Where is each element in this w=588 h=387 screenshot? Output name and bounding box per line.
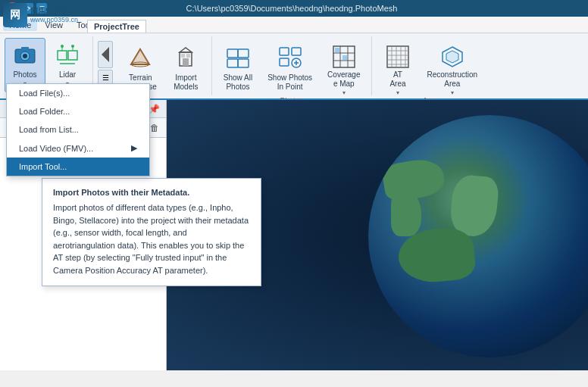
reconstruction-area-button[interactable]: Reconstruction Area ▾ <box>420 41 484 95</box>
panel-expand-btn[interactable] <box>98 41 113 68</box>
project-tree-tab[interactable]: ProjectTree <box>87 20 146 33</box>
reconstruction-area-icon <box>439 45 466 69</box>
photos-dropdown-menu: Load File(s)... Load Folder... Load from… <box>6 83 150 176</box>
photos-btn-label: Photos <box>13 70 36 80</box>
show-all-photos-label: Show All Photos <box>224 73 252 92</box>
import-models-icon <box>172 45 199 72</box>
toolbar-icon-2[interactable]: ☰ <box>36 3 47 14</box>
svg-rect-3 <box>21 47 29 50</box>
title-bar: 网 ⟳ ☰ C:\Users\pc0359\Documents\heodng\h… <box>0 0 588 17</box>
app-logo: 网 <box>6 2 18 14</box>
dropdown-item-load-list[interactable]: Load from List... <box>7 120 149 139</box>
dropdown-item-load-folder[interactable]: Load Folder... <box>7 102 149 120</box>
dropdown-item-load-video[interactable]: Load Video (FMV)... ▶ <box>7 139 149 158</box>
info-box-title: Import Photos with their Metadata. <box>53 188 250 197</box>
show-all-photos-icon <box>224 45 252 72</box>
lidar-btn-label: Lidar <box>59 70 76 80</box>
reconstruction-area-label: Reconstruction Area <box>427 70 477 89</box>
at-area-button[interactable]: AT Area ▾ <box>377 41 418 95</box>
lidar-icon <box>54 42 81 69</box>
svg-rect-22 <box>238 49 249 58</box>
dropdown-item-import-tool[interactable]: Import Tool... <box>7 158 149 176</box>
menu-home[interactable]: Home <box>3 19 37 31</box>
show-photos-label: Show Photos In Point <box>267 73 312 92</box>
import-models-button[interactable]: Import Models <box>165 41 207 95</box>
svg-rect-4 <box>58 51 67 60</box>
dropdown-item-load-files[interactable]: Load File(s)... <box>7 84 149 102</box>
ribbon-group-area: AT Area ▾ Reconstruction Area ▾ Area <box>372 36 489 95</box>
photos-icon <box>11 42 39 69</box>
pin-icon[interactable]: 📌 <box>149 104 160 114</box>
earth-globe <box>368 115 588 357</box>
svg-rect-25 <box>280 48 289 55</box>
svg-rect-23 <box>227 59 238 67</box>
svg-marker-48 <box>446 51 458 63</box>
svg-marker-11 <box>102 47 109 62</box>
svg-rect-26 <box>292 48 301 55</box>
menu-view[interactable]: View <box>39 19 69 31</box>
toolbar-icon-1[interactable]: ⟳ <box>23 3 33 14</box>
coverage-map-label: Coverage e Map <box>327 70 360 89</box>
file-path: C:\Users\pc0359\Documents\heodng\heodng.… <box>186 4 398 13</box>
at-area-icon <box>384 45 411 69</box>
show-photos-in-point-icon <box>277 45 304 72</box>
at-area-label: AT Area <box>389 70 405 89</box>
show-all-photos-button[interactable]: Show All Photos <box>217 41 259 95</box>
svg-point-9 <box>71 45 74 48</box>
info-box-text: Import photos of different data types (e… <box>53 201 250 276</box>
svg-rect-19 <box>186 54 190 58</box>
coverage-map-button[interactable]: Coverage e Map ▾ <box>321 41 367 95</box>
show-photos-in-point-button[interactable]: Show Photos In Point <box>261 41 319 95</box>
svg-rect-5 <box>68 51 77 60</box>
svg-rect-37 <box>342 55 347 60</box>
svg-rect-21 <box>227 49 238 58</box>
import-models-label: Import Models <box>174 73 198 92</box>
svg-marker-20 <box>180 48 192 52</box>
coverage-map-icon <box>330 45 358 69</box>
terrain-db-icon <box>127 45 154 72</box>
svg-point-8 <box>61 45 64 48</box>
svg-rect-18 <box>181 54 185 58</box>
svg-point-2 <box>23 54 27 58</box>
svg-rect-24 <box>238 59 249 67</box>
svg-rect-27 <box>280 58 289 66</box>
ribbon-group-photos2: Show All Photos Show Photos In Point <box>212 36 373 95</box>
info-box: Import Photos with their Metadata. Impor… <box>42 178 261 286</box>
svg-rect-17 <box>183 58 189 66</box>
panel-scroll-btn[interactable]: ☰ <box>98 70 113 85</box>
svg-rect-36 <box>335 48 339 52</box>
